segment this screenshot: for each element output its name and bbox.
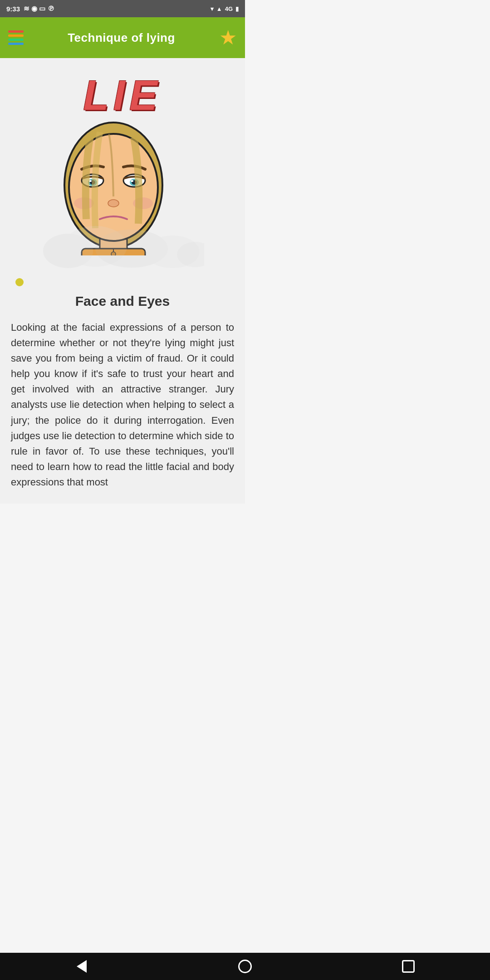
lie-heading: LIE (83, 72, 162, 119)
battery-icon: ▮ (235, 5, 239, 12)
menu-button[interactable] (8, 30, 24, 45)
network-label: 4G (225, 5, 233, 12)
main-content: LIE (0, 58, 245, 504)
app-bar: Technique of lying ★ (0, 17, 245, 58)
page-title: Technique of lying (68, 31, 175, 45)
menu-line-3 (8, 39, 24, 41)
svg-point-15 (131, 180, 133, 182)
status-right: ▾ ▲ 4G ▮ (211, 5, 239, 12)
body-text: Looking at the facial expressions of a p… (11, 320, 234, 490)
favorite-button[interactable]: ★ (219, 28, 237, 48)
menu-line-1 (8, 30, 24, 33)
section-title: Face and Eyes (11, 294, 234, 309)
dot-indicator (11, 278, 234, 286)
svg-point-16 (108, 200, 119, 207)
wifi-icon: ▾ (211, 5, 214, 12)
cartoon-face-container (50, 115, 195, 269)
status-left: 9:33 ≋ ◉ ▭ ℗ (6, 5, 54, 13)
menu-line-2 (8, 34, 24, 37)
image-area: LIE (11, 72, 234, 269)
signal-bars: ▲ (216, 5, 222, 12)
notification-icons: ≋ ◉ ▭ ℗ (24, 5, 54, 13)
carousel-dot-active[interactable] (15, 278, 24, 286)
cloud-effect-svg (41, 224, 204, 269)
time-display: 9:33 (6, 5, 20, 13)
status-bar: 9:33 ≋ ◉ ▭ ℗ ▾ ▲ 4G ▮ (0, 0, 245, 17)
menu-line-4 (8, 43, 24, 45)
